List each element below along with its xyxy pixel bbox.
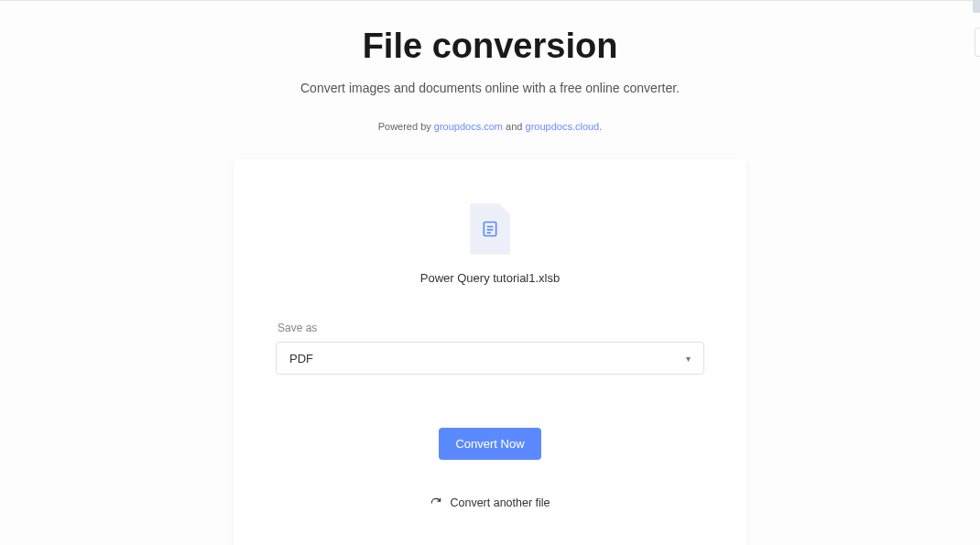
- selected-format: PDF: [289, 352, 313, 365]
- save-as-section: Save as PDF ▾: [276, 322, 704, 375]
- file-icon: [470, 203, 510, 255]
- convert-button[interactable]: Convert Now: [439, 428, 540, 460]
- powered-prefix: Powered by: [378, 121, 434, 132]
- powered-suffix: .: [599, 121, 602, 132]
- document-icon: [481, 220, 499, 238]
- format-select[interactable]: PDF ▾: [276, 342, 704, 375]
- side-tab-decoration: [973, 0, 980, 13]
- powered-link-1[interactable]: groupdocs.com: [434, 121, 503, 132]
- powered-by-text: Powered by groupdocs.com and groupdocs.c…: [378, 121, 603, 132]
- conversion-card: Power Query tutorial1.xlsb Save as PDF ▾…: [234, 159, 746, 545]
- refresh-icon: [430, 496, 442, 509]
- main-container: File conversion Convert images and docum…: [0, 1, 980, 545]
- save-as-label: Save as: [276, 322, 317, 334]
- side-box-decoration: [975, 27, 980, 57]
- powered-link-2[interactable]: groupdocs.cloud: [526, 121, 600, 132]
- convert-another-label: Convert another file: [450, 496, 550, 509]
- powered-and: and: [503, 121, 525, 132]
- chevron-down-icon: ▾: [686, 354, 691, 364]
- page-subtitle: Convert images and documents online with…: [300, 81, 680, 95]
- page-title: File conversion: [363, 27, 618, 66]
- file-name: Power Query tutorial1.xlsb: [420, 271, 560, 285]
- convert-another-button[interactable]: Convert another file: [430, 496, 550, 509]
